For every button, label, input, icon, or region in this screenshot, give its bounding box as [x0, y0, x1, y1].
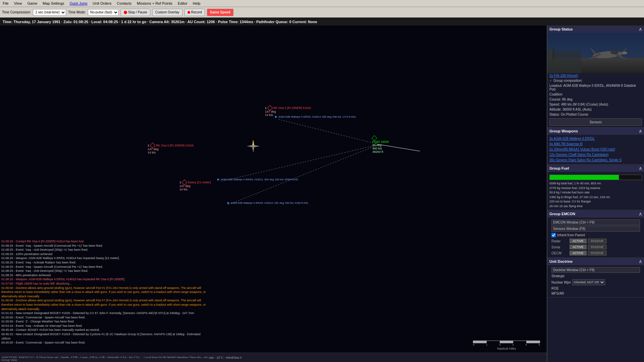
log-entry: 01:08:25 - Event: 'Iraq - Spawn Aircraft… — [1, 244, 207, 248]
weapon-item-4[interactable]: 20x Generic Flare Salvo [5x Cartridges, … — [549, 158, 642, 163]
inherit-parent-row: Inherit from Parent — [549, 232, 642, 238]
weapon-alt-19011: 5558 ft ASL — [285, 178, 299, 181]
menu-editor[interactable]: Editor — [176, 1, 189, 6]
compass-svg: N — [247, 139, 260, 153]
weapon-label-19013: AGM-62B Walleye II ER/DL #19013 — [278, 115, 321, 118]
log-entry: 00:45:00 - Event: 'Commercial - Spawn Ai… — [1, 341, 207, 345]
record-button[interactable]: Record — [184, 9, 205, 16]
unit-doctrine-header[interactable]: Unit Doctrine ∧ — [547, 258, 644, 265]
flight-image-canvas — [547, 33, 644, 73]
sonar-passive-btn[interactable]: PASSIVE — [588, 245, 607, 249]
oecm-passive-btn[interactable]: PASSIVE — [588, 251, 607, 255]
status-text: Time: Thursday, 17 January 1991 · Zulu: … — [3, 20, 317, 24]
menu-contacts[interactable]: Contacts — [116, 1, 133, 6]
group-emcon-header[interactable]: Group EMCON ∧ — [547, 210, 644, 218]
group-emcon-collapse[interactable]: ∧ — [639, 211, 642, 217]
group-fuel-header[interactable]: Group Fuel ∧ — [547, 165, 644, 172]
group-fuel-collapse[interactable]: ∧ — [639, 166, 642, 171]
group-status-header[interactable]: Group Status ∧ — [547, 25, 644, 33]
coalition-text: Coalition — [549, 93, 562, 96]
menu-help[interactable]: Help — [192, 1, 202, 6]
strategic-label: Strategic — [551, 274, 565, 278]
oecm-active-btn[interactable]: ACTIVE — [570, 251, 587, 255]
group-view-label: Group View — [0, 358, 208, 362]
scale-line — [473, 341, 540, 343]
time-compression-select[interactable]: 1 sec (real-time) 5 sec 15 sec 60 sec — [33, 9, 66, 16]
flight-link[interactable]: 2x F/A-18A Hornet) — [547, 73, 644, 78]
weapon-item-1[interactable]: 4x AIM-7M Sparrow III — [549, 141, 642, 147]
log-entry: 00:45:15 - New contact! Designated BOGEY… — [1, 332, 207, 341]
weapon-19012: ▶ AGM-62B Walleye II ER/DL #19012 291 de… — [227, 200, 309, 204]
scale-seg-5 — [527, 341, 540, 343]
scale-label-0: 0 — [473, 343, 474, 346]
group-fuel-section: Group Fuel ∧ 5099 kg total fuel, 1 hr 40… — [547, 165, 644, 210]
weapon-item-2[interactable]: 2x 20mm/85 M61A1 Vulcan Burst [100 rnds] — [549, 147, 642, 152]
scale-bar: 0 1 2 3 4 5 Nautical miles — [473, 341, 540, 350]
group-weapons-collapse[interactable]: ∧ — [639, 128, 642, 134]
emcon-oecm-row: OECM ACTIVE PASSIVE — [549, 250, 642, 256]
sensors-button[interactable]: Sensors — [549, 118, 642, 126]
unit-flight-19006[interactable]: Flight 19006 86 deg 480 kts 36000 ft — [372, 136, 389, 154]
log-entry: 01:00:00 - Event: 'Z - Change Weather' h… — [1, 319, 207, 324]
coalition-row: Coalition — [547, 92, 644, 97]
time-mode-label: Time Mode: — [68, 10, 86, 14]
scale-label-1: 1 — [486, 343, 487, 346]
stop-pause-button[interactable]: Stop / Pause — [121, 9, 150, 16]
time-mode-select[interactable]: No-pulse (fast) Pulse — [88, 9, 119, 16]
unit-doctrine-collapse[interactable]: ∧ — [639, 259, 642, 264]
nuclear-wpn-select[interactable]: Inherited, NOT GR Authorized Not Authori… — [572, 279, 605, 285]
doctrine-window-btn[interactable]: Doctrine Window (Ctrl + F9) — [551, 267, 640, 273]
weapon-item-0[interactable]: 3x AGM-62B Walleye II ER/DL — [549, 136, 642, 141]
radar-passive-btn[interactable]: PASSIVE — [588, 239, 607, 243]
map-area[interactable]: Flight 19006 86 deg 480 kts 36000 ft 1 R… — [0, 25, 547, 362]
unit-course-rk-1916: 147 deg — [148, 147, 159, 151]
unit-rk-osa-1916[interactable]: 1 RK Osa II [Pr.205ER] #1916 147 deg 14 … — [148, 143, 194, 154]
menu-view[interactable]: View — [13, 1, 23, 6]
log-entry: 01:01:31 - New contact! Designated BOGEY… — [1, 311, 207, 315]
weapon-speed-19012: 530 kts — [285, 201, 294, 204]
emcon-window-btn[interactable]: EMCON Window (Ctrl + F9) — [551, 220, 640, 225]
radar-label: Radar — [551, 239, 568, 243]
svg-point-4 — [253, 145, 254, 147]
unit-info2-flight-19006: 480 kts — [372, 147, 382, 150]
right-panel: Group Status ∧ — [547, 25, 644, 362]
scale-label-4: 4 — [525, 343, 527, 346]
sonar-active-btn[interactable]: ACTIVE — [570, 245, 587, 249]
group-status-title: Group Status — [549, 27, 573, 31]
radar-active-btn[interactable]: ACTIVE — [570, 239, 587, 243]
unit-swary[interactable]: 1 Swary [21-meter] 147 deg 14 kts — [179, 180, 211, 191]
altitude-row: Altitude: 36000 ft ASL (Auto) — [547, 107, 644, 112]
custom-overlay-button[interactable]: Custom Overlay — [152, 9, 182, 16]
game-speed-button[interactable]: Game Speed — [207, 9, 233, 16]
loadout-text: Loadout: AGM-62B Walleye II ER/DL, AN/AW… — [549, 84, 642, 91]
log-entry: 01:08:25 - Contact RK Osa II [Pr.205ER] … — [1, 239, 207, 244]
weapons-list: 3x AGM-62B Walleye II ER/DL 4x AIM-7M Sp… — [547, 135, 644, 164]
unit-speed-rk-1915: 14 kts — [265, 113, 273, 117]
menu-game[interactable]: Game — [26, 1, 39, 6]
menu-map-settings[interactable]: Map Settings — [41, 1, 65, 6]
emcon-sonar-row: Sonar ACTIVE PASSIVE — [549, 244, 642, 250]
fuel-detail-5: 28 min 15 sec flying time — [549, 204, 642, 209]
group-emcon-title: Group EMCON — [549, 212, 575, 216]
sensors-window-btn[interactable]: Sensors Window (F9) — [551, 226, 640, 232]
weapon-item-3[interactable]: 12x Generic Chaff Salvo [5x Cartridges] — [549, 152, 642, 158]
inherit-parent-label: Inherit from Parent — [557, 233, 585, 237]
weapon-course-19011: 300 deg — [264, 178, 274, 181]
log-entry: 01:06:00 - Doctrine allows airto-ground … — [1, 298, 207, 311]
menu-unit-orders[interactable]: Unit Orders — [91, 1, 113, 6]
group-weapons-header[interactable]: Group Weapons ∧ — [547, 127, 644, 135]
menu-file[interactable]: File — [1, 1, 10, 6]
inherit-parent-checkbox[interactable] — [551, 233, 556, 237]
log-entry: 01:08:25 - Event: 'Iraq - Spawn Aircraft… — [1, 265, 207, 269]
main-layout: Flight 19006 86 deg 480 kts 36000 ft 1 R… — [0, 25, 644, 362]
stop-pause-icon — [124, 11, 127, 14]
menu-missions-ref[interactable]: Missions + Ref Points — [136, 1, 174, 6]
group-status-collapse[interactable]: ∧ — [639, 26, 642, 32]
course-row: Course: 86 deg — [547, 97, 644, 102]
menu-quick-jump[interactable]: Quick Jump — [68, 1, 89, 6]
unit-label-swary: Swary [21-meter] — [188, 181, 211, 184]
flight-image — [547, 33, 644, 73]
roe-label: ROE — [551, 287, 559, 290]
fuel-detail-0: 5099 kg total fuel, 1 hr 40 min, 803 nm — [549, 181, 642, 186]
status-row: Status: On Plotted Course — [547, 112, 644, 117]
